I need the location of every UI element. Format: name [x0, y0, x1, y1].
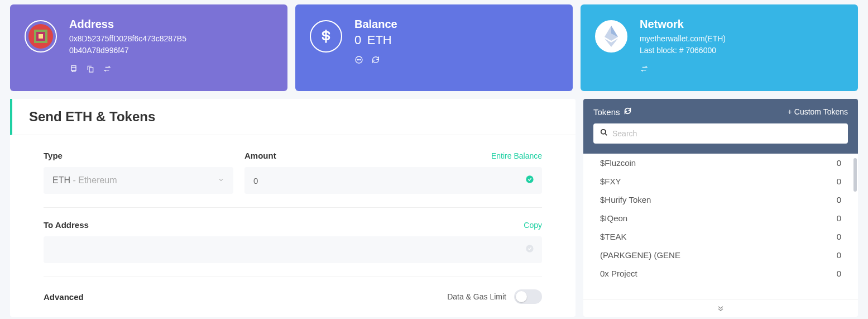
svg-point-12	[601, 130, 606, 134]
chevron-down-icon	[218, 175, 224, 185]
svg-point-7	[357, 59, 358, 60]
token-balance: 0	[837, 232, 841, 241]
refresh-icon[interactable]	[624, 107, 632, 117]
token-name: $Hurify Token	[600, 195, 651, 204]
svg-rect-5	[89, 68, 93, 72]
tokens-panel: Tokens + Custom Tokens $Fluzcoin0$FXY0$H…	[583, 99, 858, 317]
check-circle-icon	[525, 175, 534, 186]
token-balance: 0	[837, 177, 841, 186]
swap-icon[interactable]	[103, 64, 112, 75]
network-name: myetherwallet.com(ETH)	[640, 33, 726, 45]
address-identicon	[25, 20, 57, 53]
token-item[interactable]: 0x Project0	[583, 264, 858, 283]
more-icon[interactable]	[354, 55, 363, 66]
token-name: $FXY	[600, 177, 621, 186]
token-item[interactable]: (PARKGENE) (GENE0	[583, 246, 858, 264]
token-balance: 0	[837, 195, 841, 204]
send-title: Send ETH & Tokens	[29, 109, 576, 125]
type-name: - Ethereum	[70, 175, 117, 185]
advanced-toggle[interactable]	[514, 289, 542, 304]
network-title: Network	[640, 18, 726, 31]
token-search-wrap	[593, 123, 848, 144]
token-item[interactable]: $Fluzcoin0	[583, 154, 858, 172]
token-name: $IQeon	[600, 213, 627, 223]
svg-point-8	[358, 59, 359, 60]
type-select[interactable]: ETH - Ethereum	[44, 167, 233, 194]
svg-point-9	[360, 59, 361, 60]
to-address-input[interactable]	[52, 245, 533, 255]
type-symbol: ETH	[52, 175, 70, 185]
refresh-icon[interactable]	[371, 55, 380, 66]
token-balance: 0	[837, 213, 841, 223]
token-item[interactable]: $Hurify Token0	[583, 191, 858, 209]
balance-amount: 0	[354, 33, 361, 47]
token-name: (PARKGENE) (GENE	[600, 250, 680, 260]
check-circle-icon	[525, 244, 534, 255]
gas-label: Data & Gas Limit	[447, 292, 506, 301]
token-name: 0x Project	[600, 269, 637, 278]
amount-input[interactable]	[253, 176, 533, 185]
advanced-label: Advanced	[44, 292, 84, 302]
svg-point-10	[526, 175, 533, 183]
scrollbar-thumb[interactable]	[853, 158, 857, 192]
address-card: Address 0x8D52375ffD028f6c473c8287B5 0b4…	[10, 4, 287, 91]
balance-title: Balance	[354, 18, 397, 31]
expand-button[interactable]	[583, 299, 858, 317]
tokens-title: Tokens	[593, 107, 620, 117]
copy-link[interactable]: Copy	[524, 221, 542, 230]
network-last-block: Last block: # 7066000	[640, 45, 726, 56]
to-address-label: To Address	[44, 220, 89, 230]
token-name: $Fluzcoin	[600, 158, 636, 168]
type-label: Type	[44, 151, 63, 160]
custom-tokens-link[interactable]: + Custom Tokens	[788, 107, 848, 116]
balance-unit: ETH	[367, 33, 392, 47]
to-address-input-wrap	[44, 236, 542, 263]
address-line2: 0b40A78d996f47	[69, 45, 186, 56]
svg-rect-3	[39, 34, 43, 39]
search-icon	[600, 128, 608, 139]
svg-rect-4	[71, 68, 76, 70]
token-balance: 0	[837, 250, 841, 260]
token-item[interactable]: $TEAK0	[583, 227, 858, 246]
token-name: $TEAK	[600, 232, 627, 241]
address-line1: 0x8D52375ffD028f6c473c8287B5	[69, 33, 186, 45]
send-panel: Send ETH & Tokens Type ETH - Ethereum	[10, 99, 576, 317]
entire-balance-link[interactable]: Entire Balance	[491, 151, 542, 160]
swap-icon[interactable]	[640, 64, 649, 75]
token-item[interactable]: $FXY0	[583, 172, 858, 191]
token-search-input[interactable]	[612, 129, 841, 138]
print-icon[interactable]	[69, 64, 78, 75]
dollar-icon	[310, 20, 342, 53]
ethereum-icon	[595, 20, 627, 53]
token-list: $Fluzcoin0$FXY0$Hurify Token0$IQeon0$TEA…	[583, 154, 858, 299]
svg-point-11	[526, 245, 533, 252]
balance-card: Balance 0 ETH	[295, 4, 573, 91]
amount-label: Amount	[244, 151, 276, 160]
network-card: Network myetherwallet.com(ETH) Last bloc…	[581, 4, 858, 91]
token-balance: 0	[837, 269, 841, 278]
amount-input-wrap	[244, 167, 542, 194]
address-title: Address	[69, 18, 186, 31]
token-item[interactable]: $IQeon0	[583, 209, 858, 227]
copy-icon[interactable]	[86, 64, 95, 75]
token-balance: 0	[837, 158, 841, 168]
